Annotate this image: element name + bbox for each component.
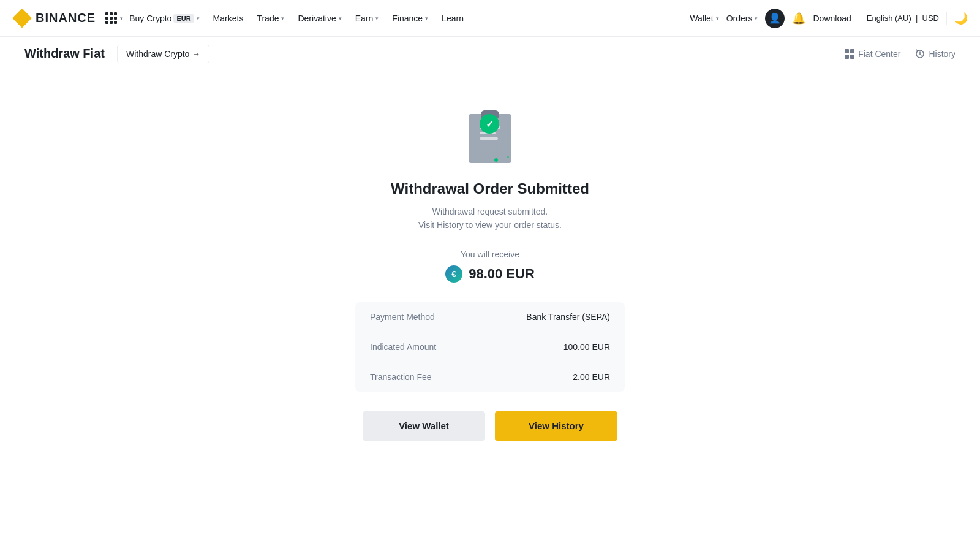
subheader-right: Fiat Center History	[845, 49, 956, 59]
wallet-chevron: ▾	[716, 15, 719, 21]
main-content: ✓ Withdrawal Order Submitted Withdrawal …	[0, 71, 980, 545]
nav-wallet[interactable]: Wallet ▾	[690, 13, 718, 23]
nav-finance[interactable]: Finance ▾	[386, 0, 434, 37]
nav-trade[interactable]: Trade ▾	[251, 0, 290, 37]
success-title: Withdrawal Order Submitted	[391, 180, 589, 197]
buy-crypto-chevron: ▾	[197, 15, 200, 21]
indicated-amount-value: 100.00 EUR	[564, 342, 610, 352]
subheader: Withdraw Fiat Withdraw Crypto → Fiat Cen…	[0, 37, 980, 71]
nav-orders[interactable]: Orders ▾	[726, 13, 758, 23]
nav-download[interactable]: Download	[813, 13, 851, 23]
fiat-center-link[interactable]: Fiat Center	[845, 49, 900, 59]
indicated-amount-row: Indicated Amount 100.00 EUR	[370, 332, 610, 362]
nav-earn[interactable]: Earn ▾	[349, 0, 385, 37]
nav-markets[interactable]: Markets	[207, 0, 250, 37]
finance-chevron: ▾	[425, 15, 428, 21]
orders-chevron: ▾	[755, 15, 758, 21]
divider2	[946, 12, 947, 25]
success-subtitle: Withdrawal request submitted. Visit Hist…	[418, 205, 562, 232]
indicated-amount-label: Indicated Amount	[370, 342, 436, 352]
nav-derivative[interactable]: Derivative ▾	[292, 0, 347, 37]
user-icon: 👤	[769, 12, 781, 24]
nav-right: Wallet ▾ Orders ▾ 👤 🔔 Download English (…	[690, 9, 968, 28]
trade-chevron: ▾	[281, 15, 284, 21]
dot-decoration	[494, 158, 498, 162]
binance-logo-text: BINANCE	[36, 11, 96, 25]
history-link[interactable]: History	[915, 49, 956, 59]
user-avatar[interactable]: 👤	[765, 9, 785, 28]
payment-method-value: Bank Transfer (SEPA)	[526, 312, 610, 322]
transaction-fee-row: Transaction Fee 2.00 EUR	[370, 362, 610, 392]
check-circle-icon: ✓	[480, 114, 499, 134]
receive-value: 98.00 EUR	[469, 266, 535, 282]
action-buttons: View Wallet View History	[363, 411, 617, 441]
divider	[859, 12, 859, 25]
page-title: Withdraw Fiat	[24, 47, 105, 61]
payment-method-row: Payment Method Bank Transfer (SEPA)	[370, 302, 610, 332]
earn-chevron: ▾	[375, 15, 379, 21]
fiat-center-icon	[845, 49, 854, 59]
subheader-left: Withdraw Fiat Withdraw Crypto →	[24, 45, 209, 63]
nav-learn[interactable]: Learn	[435, 0, 470, 37]
grid-icon[interactable]	[105, 12, 117, 24]
transaction-fee-value: 2.00 EUR	[573, 372, 610, 382]
withdraw-crypto-button[interactable]: Withdraw Crypto →	[117, 45, 209, 63]
success-illustration: ✓	[462, 108, 518, 163]
receive-label: You will receive	[461, 250, 519, 259]
transaction-fee-label: Transaction Fee	[370, 372, 432, 382]
eur-currency-icon: €	[445, 265, 462, 283]
history-icon	[915, 49, 925, 59]
derivative-chevron: ▾	[339, 15, 342, 21]
language-selector[interactable]: English (AU) | USD	[867, 13, 939, 23]
view-history-button[interactable]: View History	[495, 411, 617, 441]
binance-logo-diamond	[12, 9, 32, 28]
navbar: BINANCE ▾ Buy Crypto EUR ▾ Markets Trade…	[0, 0, 980, 37]
view-wallet-button[interactable]: View Wallet	[363, 411, 485, 441]
notification-bell-icon[interactable]: 🔔	[792, 12, 805, 25]
details-table: Payment Method Bank Transfer (SEPA) Indi…	[355, 302, 625, 392]
logo[interactable]: BINANCE	[12, 9, 96, 28]
payment-method-label: Payment Method	[370, 312, 435, 322]
receive-amount: € 98.00 EUR	[445, 265, 535, 283]
dot-decoration2	[507, 156, 509, 158]
nav-main: Buy Crypto EUR ▾ Markets Trade ▾ Derivat…	[123, 0, 690, 37]
dark-mode-toggle[interactable]: 🌙	[954, 12, 968, 25]
nav-buy-crypto[interactable]: Buy Crypto EUR ▾	[123, 0, 205, 37]
